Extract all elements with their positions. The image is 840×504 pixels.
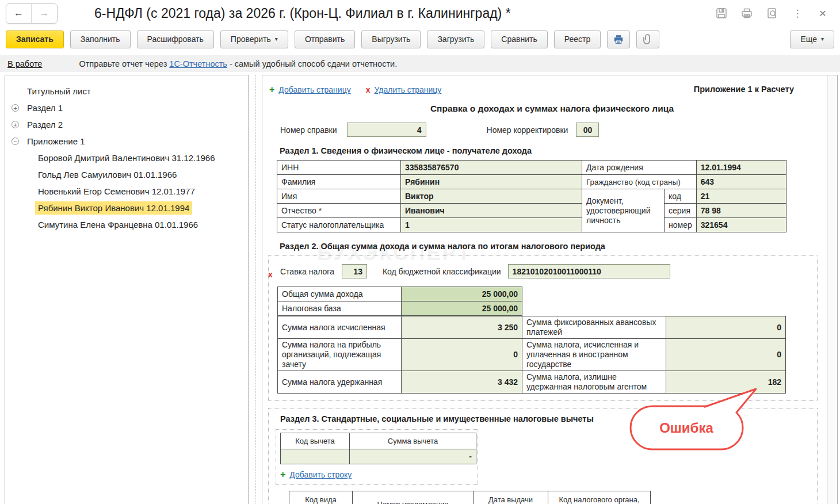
tree-person-label: Боровой Дмитрий Валентинович 31.12.1966	[35, 151, 218, 165]
forward-button[interactable]: →	[32, 4, 57, 23]
compare-button-label: Сравнить	[501, 35, 537, 44]
inn-label: ИНН	[277, 161, 401, 175]
preview-icon-button[interactable]	[763, 5, 781, 22]
profit-tax-field[interactable]: 0	[402, 339, 522, 371]
tax-rate-field[interactable]: 13	[342, 264, 367, 278]
doc-series-field[interactable]: 78 98	[696, 204, 786, 218]
tax-withheld-field[interactable]: 3 432	[402, 371, 522, 394]
add-page-label: Добавить страницу	[278, 85, 350, 94]
tree-person-item[interactable]: Симутина Елена Францевна 01.01.1966	[5, 216, 248, 233]
notif-date-header: Дата выдачи уведомления	[474, 491, 548, 504]
report-status-link[interactable]: В работе	[7, 59, 42, 68]
tax-base-label: Налоговая база	[278, 301, 402, 316]
correction-number-field[interactable]: 00	[576, 123, 599, 137]
kebab-menu-icon[interactable]: ⋮	[788, 5, 807, 22]
foreign-tax-field[interactable]: 0	[666, 339, 786, 371]
tree-item-label: Титульный лист	[24, 85, 94, 98]
tree-item-section2[interactable]: +Раздел 2	[5, 116, 248, 133]
deduction-sum-header: Сумма вычета	[350, 433, 476, 449]
send-button[interactable]: Отправить	[295, 30, 355, 48]
firstname-field[interactable]: Виктор	[401, 189, 582, 204]
more-button[interactable]: Еще▾	[790, 30, 834, 48]
error-callout: Ошибка	[608, 383, 769, 455]
form-title: Справка о доходах и суммах налога физиче…	[277, 104, 827, 114]
doc-series-label: серия	[665, 204, 697, 218]
vertical-scrollbar[interactable]	[827, 75, 837, 504]
middlename-field[interactable]: Иванович	[401, 204, 582, 218]
printer-icon	[613, 33, 624, 45]
deduction-code-field[interactable]	[281, 449, 350, 464]
birthdate-field[interactable]: 12.01.1994	[696, 161, 786, 175]
registry-button[interactable]: Реестр	[554, 30, 601, 48]
fill-button[interactable]: Заполнить	[70, 30, 131, 48]
add-row-link[interactable]: + Добавить строку	[280, 469, 352, 480]
print-icon-button[interactable]	[738, 5, 756, 22]
tree-item-label: Раздел 1	[24, 101, 66, 114]
check-button-label: Проверить	[231, 35, 271, 44]
back-button[interactable]: ←	[6, 4, 32, 23]
collapse-icon[interactable]: −	[12, 138, 19, 145]
chevron-down-icon: ▾	[275, 36, 278, 42]
save-icon-button[interactable]	[712, 5, 731, 22]
lastname-field[interactable]: Рябинин	[401, 175, 582, 189]
panel-splitter[interactable]	[255, 75, 256, 504]
chevron-down-icon: ▾	[821, 36, 824, 42]
history-nav: ← →	[6, 3, 58, 24]
deduction-code-header: Код вычета	[281, 433, 350, 449]
taxpayer-status-field[interactable]: 1	[401, 218, 582, 232]
save-icon	[715, 7, 728, 20]
export-button[interactable]: Выгрузить	[361, 30, 421, 48]
preview-icon	[766, 7, 778, 20]
compare-button[interactable]: Сравнить	[491, 30, 547, 48]
print-form-button[interactable]	[607, 30, 630, 48]
tax-base-field[interactable]: 25 000,00	[402, 301, 522, 316]
add-icon: +	[269, 85, 274, 95]
section2-heading: Раздел 2. Общая сумма дохода и сумма нал…	[280, 242, 827, 251]
expand-icon[interactable]: +	[12, 104, 19, 112]
add-page-link[interactable]: + Добавить страницу	[269, 85, 351, 95]
tree-person-item[interactable]: Боровой Дмитрий Валентинович 31.12.1966	[5, 150, 248, 166]
deductions-table: Код вычета Сумма вычета -	[280, 433, 476, 464]
birthdate-label: Дата рождения	[582, 161, 697, 175]
expand-icon[interactable]: +	[12, 121, 19, 128]
import-button[interactable]: Загрузить	[427, 30, 484, 48]
cert-number-field[interactable]: 4	[347, 123, 426, 137]
fixed-advance-field[interactable]: 0	[666, 316, 786, 339]
status-bar: В работе Отправьте отчет через 1С-Отчетн…	[0, 55, 840, 72]
citizenship-field[interactable]: 643	[696, 175, 786, 189]
profit-tax-label: Сумма налога на прибыль организаций, под…	[278, 339, 402, 371]
back-icon: ←	[14, 7, 24, 19]
total-income-field[interactable]: 25 000,00	[402, 287, 522, 301]
tree-person-item[interactable]: Новенький Егор Семенович 12.01.1977	[5, 183, 248, 200]
tree-item-appendix1[interactable]: −Приложение 1	[5, 133, 248, 150]
toolbar: Записать Заполнить Расшифровать Проверит…	[0, 26, 840, 52]
tax-amounts-table: Сумма налога исчисленная 3 250 Сумма фик…	[277, 316, 786, 394]
fill-button-label: Заполнить	[81, 35, 120, 44]
tree-person-item[interactable]: Гольд Лев Самуилович 01.01.1966	[5, 166, 248, 183]
deduction-sum-field[interactable]: -	[350, 449, 476, 464]
decrypt-button-label: Расшифровать	[147, 35, 204, 44]
citizenship-label: Гражданство (код страны)	[582, 175, 697, 189]
doc-number-field[interactable]: 321654	[696, 218, 786, 232]
save-button[interactable]: Записать	[6, 30, 64, 48]
tree-item-section1[interactable]: +Раздел 1	[5, 100, 248, 116]
check-button[interactable]: Проверить▾	[220, 30, 288, 48]
remove-rate-block-icon[interactable]: x	[268, 270, 273, 279]
total-income-label: Общая сумма дохода	[278, 287, 402, 301]
doc-code-label: код	[665, 189, 697, 204]
notif-kind-header: Код вида уведомления	[289, 491, 353, 504]
cert-number-label: Номер справки	[280, 125, 337, 135]
1c-reporting-link[interactable]: 1С-Отчетность	[169, 59, 227, 68]
tax-calculated-field[interactable]: 3 250	[402, 316, 522, 339]
tree-person-label: Гольд Лев Самуилович 01.01.1966	[35, 168, 180, 181]
inn-field[interactable]: 335835876570	[401, 161, 582, 175]
delete-page-link[interactable]: x Удалить страницу	[366, 85, 442, 94]
kbk-field[interactable]: 18210102010011000110	[508, 264, 670, 278]
doc-code-field[interactable]: 21	[696, 189, 786, 204]
decrypt-button[interactable]: Расшифровать	[137, 30, 214, 48]
tree-item-title-sheet[interactable]: Титульный лист	[5, 83, 248, 100]
tree-person-item-selected[interactable]: Рябинин Виктор Иванович 12.01.1994	[5, 200, 248, 216]
appendix-reference: Приложение 1 к Расчету	[694, 85, 794, 94]
close-icon[interactable]: ×	[814, 5, 832, 22]
attachments-button[interactable]	[636, 30, 659, 48]
